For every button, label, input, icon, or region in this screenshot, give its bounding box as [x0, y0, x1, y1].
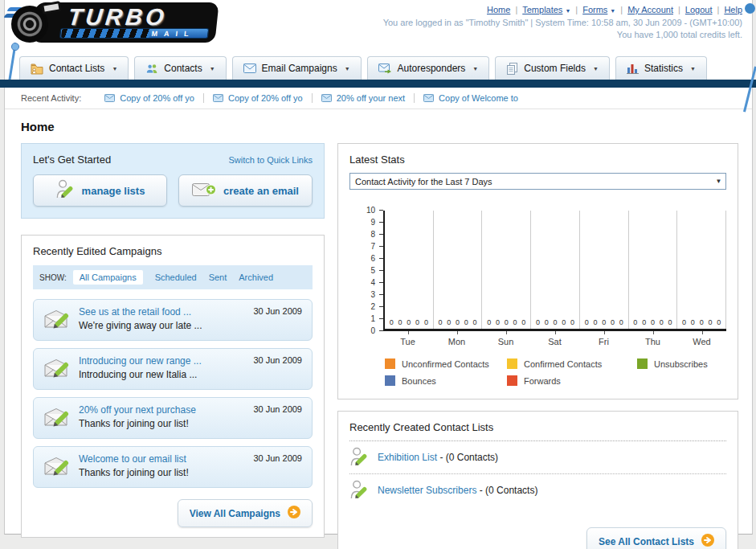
chart-legend: Unconfirmed ContactsConfirmed ContactsUn… — [385, 358, 726, 386]
legend-item: Forwards — [507, 375, 637, 386]
latest-stats-panel: Latest Stats Contact Activity for the La… — [337, 143, 738, 399]
data-value-label: 0 — [473, 318, 477, 326]
see-all-contact-lists-button[interactable]: See All Contact Lists — [586, 527, 726, 549]
campaign-row[interactable]: See us at the retail food ...We're givin… — [33, 299, 313, 341]
page-container: TURBO EMAIL Home|Templates▼|Forms▼|My Ac… — [4, 0, 753, 535]
stats-period-dropdown[interactable]: Contact Activity for the Last 7 Days ▼ — [349, 173, 726, 190]
nav-tab-label: Custom Fields — [524, 63, 586, 74]
header-link-forms[interactable]: Forms — [582, 5, 607, 14]
campaign-row[interactable]: Welcome to our email listThanks for join… — [33, 446, 313, 488]
header-link-home[interactable]: Home — [487, 5, 510, 14]
view-all-campaigns-button[interactable]: View All Campaigns — [178, 499, 313, 527]
data-value-label: 0 — [651, 318, 655, 326]
nav-tab-contact-lists[interactable]: Contact Lists▼ — [19, 56, 129, 80]
header-link-logout[interactable]: Logout — [685, 5, 713, 14]
campaign-row[interactable]: Introducing our new range ...Introducing… — [33, 348, 313, 390]
manage-lists-button[interactable]: manage lists — [33, 174, 167, 207]
envelope-small-icon — [423, 94, 434, 102]
chevron-down-icon: ▼ — [472, 66, 478, 72]
chevron-down-icon: ▼ — [610, 8, 615, 14]
data-value-label: 0 — [562, 318, 566, 326]
contact-list-row[interactable]: Newsletter Subscribers - (0 Contacts) — [349, 474, 726, 506]
data-value-label: 0 — [570, 318, 574, 326]
data-value-label: 0 — [668, 318, 672, 326]
campaign-filter-sent[interactable]: Sent — [209, 272, 227, 282]
recent-campaigns-title: Recently Edited Campaigns — [33, 245, 313, 257]
header-link-help[interactable]: Help — [724, 5, 742, 14]
data-value-label: 0 — [390, 318, 394, 326]
recent-activity-item[interactable]: Copy of Welcome to — [415, 93, 527, 103]
data-value-label: 0 — [611, 318, 615, 326]
campaign-title-link[interactable]: Introducing our new range ... — [79, 355, 202, 367]
nav-tab-custom-fields[interactable]: Custom Fields▼ — [495, 56, 610, 80]
data-value-label: 0 — [545, 318, 549, 326]
create-an-email-button[interactable]: create an email — [178, 174, 313, 207]
recent-activity-link: Copy of 20% off yo — [228, 93, 303, 103]
data-value-label: 0 — [456, 318, 460, 326]
envelope-small-icon — [104, 94, 115, 102]
recent-activity-label: Recent Activity: — [21, 93, 81, 103]
chart-y-axis: 012345678910 — [354, 211, 383, 334]
data-value-label: 0 — [513, 318, 517, 326]
campaign-title-link[interactable]: 20% off your next purchase — [79, 404, 196, 416]
x-tick-label: Thu — [628, 331, 677, 346]
status-line: You are logged in as "Timothy Smith" | S… — [383, 17, 742, 29]
manage-lists-label: manage lists — [82, 185, 145, 197]
envelope-pencil-icon — [43, 309, 71, 334]
recent-activity-item[interactable]: Copy of 20% off yo — [204, 93, 313, 103]
app-logo[interactable]: TURBO EMAIL — [11, 2, 217, 47]
recent-activity-bar: Recent Activity: Copy of 20% off yoCopy … — [5, 88, 752, 109]
campaign-date: 30 Jun 2009 — [253, 404, 302, 414]
y-tick-label: 6 — [370, 254, 375, 263]
autoresponders-icon — [378, 64, 392, 74]
nav-tab-email-campaigns[interactable]: Email Campaigns▼ — [232, 56, 362, 80]
nav-tab-statistics[interactable]: Statistics▼ — [615, 56, 707, 80]
chevron-down-icon: ▼ — [565, 8, 570, 14]
envelope-small-icon — [321, 94, 332, 102]
data-value-label: 0 — [464, 318, 468, 326]
content-columns: Let's Get Started Switch to Quick Links … — [5, 143, 752, 549]
contact-list-link[interactable]: Exhibition List — [378, 452, 437, 463]
credits-line: You have 1,000 total credits left. — [383, 29, 742, 41]
legend-label: Forwards — [524, 376, 561, 386]
data-value-label: 0 — [553, 318, 557, 326]
logo-title: TURBO — [67, 4, 169, 31]
switch-to-quick-links-link[interactable]: Switch to Quick Links — [228, 155, 313, 165]
nav-tab-autoresponders[interactable]: Autoresponders▼ — [367, 56, 490, 80]
nav-tab-label: Email Campaigns — [262, 63, 337, 74]
nav-tab-contacts[interactable]: Contacts▼ — [134, 56, 226, 80]
recent-activity-item[interactable]: 20% off your next — [313, 93, 415, 103]
campaign-filter-scheduled[interactable]: Scheduled — [155, 272, 197, 282]
campaign-filter-all-campaigns[interactable]: All Campaigns — [73, 270, 143, 285]
nav-tab-label: Autoresponders — [398, 63, 466, 74]
header-link-templates[interactable]: Templates — [522, 5, 562, 14]
getting-started-title: Let's Get Started — [33, 154, 111, 166]
header-link-my-account[interactable]: My Account — [627, 5, 673, 14]
legend-item: Confirmed Contacts — [507, 358, 637, 369]
campaign-subtitle: Thanks for joining our list! — [79, 418, 196, 429]
chevron-down-icon: ▼ — [712, 174, 725, 189]
view-all-campaigns-label: View All Campaigns — [190, 508, 280, 519]
legend-item: Unsubscribes — [637, 358, 726, 369]
contact-list-row[interactable]: Exhibition List - (0 Contacts) — [349, 441, 726, 474]
contact-list-link[interactable]: Newsletter Subscribers — [378, 485, 476, 496]
help-bubble-icon[interactable] — [745, 3, 755, 14]
campaign-filter-archived[interactable]: Archived — [239, 272, 273, 282]
campaign-title-link[interactable]: See us at the retail food ... — [79, 306, 202, 318]
x-tick-label: Tue — [383, 331, 432, 346]
campaign-title-link[interactable]: Welcome to our email list — [79, 453, 189, 465]
data-value-label: 0 — [682, 318, 686, 326]
chevron-down-icon: ▼ — [593, 66, 599, 72]
page-title: Home — [21, 120, 752, 133]
chart-day-group: 00000 — [482, 211, 531, 329]
link-separator: | — [717, 5, 720, 14]
link-separator: | — [678, 5, 680, 14]
contact-lists-icon — [31, 63, 43, 75]
campaign-row[interactable]: 20% off your next purchaseThanks for joi… — [33, 397, 313, 439]
y-tick-label: 10 — [366, 206, 375, 215]
link-separator: | — [575, 5, 578, 14]
manage-lists-icon — [55, 179, 75, 203]
recent-activity-item[interactable]: Copy of 20% off yo — [96, 93, 204, 103]
envelope-pencil-icon — [43, 456, 71, 481]
legend-label: Unsubscribes — [654, 359, 708, 369]
